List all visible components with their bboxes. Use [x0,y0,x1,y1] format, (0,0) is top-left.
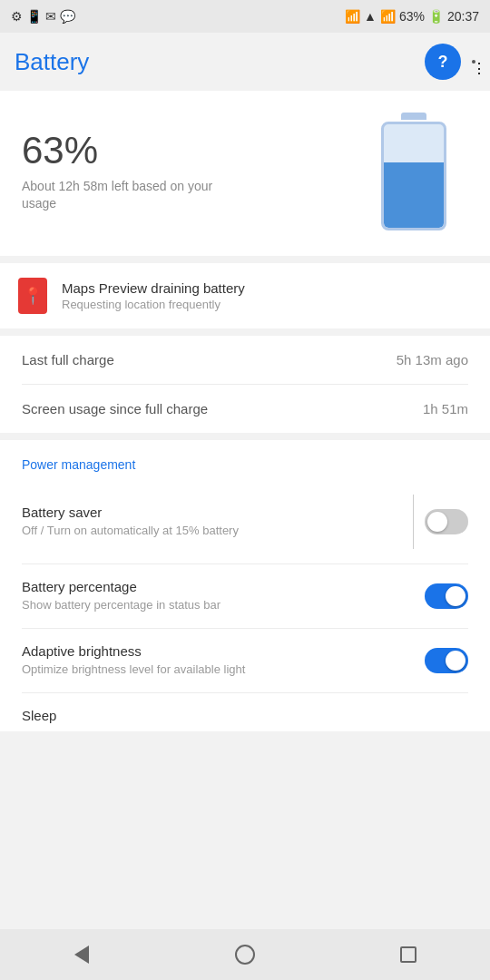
battery-tip [401,113,426,120]
section-header-power-management: Power management [22,440,468,480]
recents-icon [400,946,416,963]
header-actions: ? ⋮ [425,44,475,80]
battery-percentage-toggle-knob [446,586,466,606]
stat-value-last-full-charge: 5h 13m ago [397,352,468,368]
home-button[interactable] [227,936,263,973]
warning-subtitle: Requesting location frequently [62,298,245,311]
battery-saver-title: Battery saver [22,505,395,520]
stats-section: Last full charge 5h 13m ago Screen usage… [0,336,490,433]
help-icon: ? [438,53,448,72]
battery-visual-icon [377,113,450,230]
adaptive-brightness-toggle[interactable] [425,648,468,673]
stat-row-screen-usage: Screen usage since full charge 1h 51m [22,385,468,433]
android-icon: ⚙ [11,9,23,24]
email-icon: ✉ [45,9,56,24]
header: Battery ? ⋮ [0,33,490,91]
vertical-divider [413,495,414,549]
warning-title: Maps Preview draining battery [62,280,245,296]
battery-saver-toggle[interactable] [425,509,468,534]
back-button[interactable] [64,936,100,973]
back-icon [74,946,89,964]
signal-icon: 📶 [380,9,396,24]
battery-percentage-title: Battery percentage [22,579,410,594]
battery-percentage-text-block: Battery percentage Show battery percenta… [22,579,425,613]
time-display: 20:37 [447,9,479,24]
battery-saver-subtitle: Off / Turn on automatically at 15% batte… [22,523,395,539]
adaptive-brightness-text-block: Adaptive brightness Optimize brightness … [22,643,425,678]
section-header-label: Power management [22,457,135,472]
more-menu-button[interactable]: ⋮ [472,60,475,64]
battery-info-section: 63% About 12h 58m left based on your usa… [0,91,490,256]
phone-icon: 📱 [26,9,42,24]
adaptive-brightness-row[interactable]: Adaptive brightness Optimize brightness … [22,629,468,693]
adaptive-brightness-subtitle: Optimize brightness level for available … [22,662,410,678]
battery-body [381,122,446,230]
stat-row-last-full-charge: Last full charge 5h 13m ago [22,336,468,385]
stat-value-screen-usage: 1h 51m [423,401,468,416]
stat-label-last-full-charge: Last full charge [22,352,114,368]
maps-app-icon: 📍 [23,286,43,306]
status-bar: ⚙ 📱 ✉ 💬 📶 ▲ 📶 63% 🔋 20:37 [0,0,490,33]
warning-text-block: Maps Preview draining battery Requesting… [62,280,245,311]
warning-section[interactable]: 📍 Maps Preview draining battery Requesti… [0,263,490,328]
stat-label-screen-usage: Screen usage since full charge [22,401,208,416]
recents-button[interactable] [390,936,426,973]
battery-text-info: 63% About 12h 58m left based on your usa… [22,130,377,212]
battery-saver-toggle-knob [427,512,447,532]
warning-icon-box: 📍 [18,278,47,314]
power-management-section: Power management Battery saver Off / Tur… [0,440,490,731]
battery-saver-text: Battery saver Off / Turn on automaticall… [22,505,402,539]
battery-percentage-text: 63% [22,130,377,172]
sleep-label: Sleep [22,708,56,723]
whatsapp-icon: 💬 [60,9,75,24]
battery-percentage-subtitle: Show battery percentage in status bar [22,597,410,613]
bottom-nav [0,929,490,980]
battery-time-left-text: About 12h 58m left based on your usage [22,178,221,213]
page-title: Battery [15,48,89,76]
wifi-icon: ▲ [364,9,377,24]
battery-percent-status: 63% [399,9,425,24]
battery-percentage-toggle[interactable] [425,583,468,609]
bluetooth-icon: 📶 [345,9,360,24]
adaptive-brightness-title: Adaptive brightness [22,643,410,659]
battery-percentage-row[interactable]: Battery percentage Show battery percenta… [22,564,468,629]
status-right-icons: 📶 ▲ 📶 63% 🔋 20:37 [345,9,479,24]
help-button[interactable]: ? [425,44,461,80]
battery-fill [384,162,444,228]
battery-icon: 🔋 [428,9,444,24]
adaptive-brightness-toggle-knob [446,651,466,671]
battery-saver-row[interactable]: Battery saver Off / Turn on automaticall… [22,480,468,564]
sleep-row[interactable]: Sleep [22,693,468,731]
status-left-icons: ⚙ 📱 ✉ 💬 [11,9,75,24]
dot1: ⋮ [472,60,475,64]
home-icon [235,945,255,965]
